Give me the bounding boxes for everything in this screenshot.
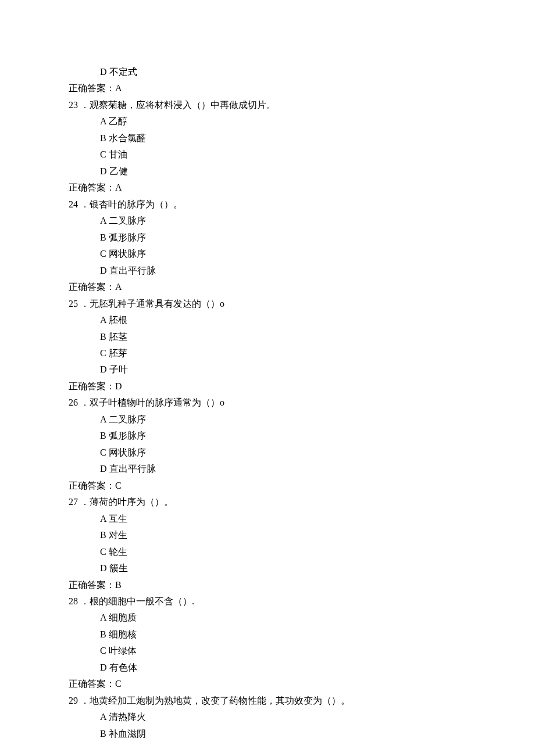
answer-label: 正确答案： bbox=[69, 381, 115, 391]
option-text: 网状脉序 bbox=[109, 447, 146, 457]
answer-line: 正确答案：B bbox=[0, 577, 535, 593]
question-option: D 不定式 bbox=[0, 64, 535, 80]
question-option: B 胚茎 bbox=[0, 329, 535, 345]
answer-line: 正确答案：A bbox=[0, 180, 535, 196]
question-number: 28 bbox=[69, 596, 78, 606]
option-text: 弧形脉序 bbox=[109, 431, 146, 440]
option-text: 轮生 bbox=[109, 547, 127, 557]
question-option: A 细胞质 bbox=[0, 610, 535, 626]
option-label: C bbox=[100, 646, 106, 655]
question-stem-text: ．观察菊糖，应将材料浸入（）中再做成切片。 bbox=[80, 100, 276, 110]
answer-label: 正确答案： bbox=[69, 481, 115, 490]
option-text: 直出平行脉 bbox=[109, 266, 156, 275]
option-label: C bbox=[100, 547, 106, 557]
question-option: D 子叶 bbox=[0, 361, 535, 378]
answer-label: 正确答案： bbox=[69, 182, 115, 192]
option-text: 互生 bbox=[109, 514, 127, 524]
option-text: 二叉脉序 bbox=[109, 216, 146, 225]
option-text: 清热降火 bbox=[109, 712, 146, 722]
option-text: 弧形脉序 bbox=[109, 232, 146, 242]
answer-label: 正确答案： bbox=[69, 282, 115, 292]
question-stem: 29 ．地黄经加工炮制为熟地黄，改变了药物性能，其功效变为（）。 bbox=[0, 693, 535, 709]
question-option: C 叶绿体 bbox=[0, 643, 535, 659]
option-text: 叶绿体 bbox=[109, 646, 137, 655]
question-number: 26 bbox=[69, 397, 78, 407]
option-text: 细胞质 bbox=[109, 612, 137, 622]
question-option: A 清热降火 bbox=[0, 709, 535, 725]
option-label: C bbox=[100, 447, 106, 457]
question-option: B 弧形脉序 bbox=[0, 230, 535, 246]
question-stem: 28 ．根的细胞中一般不含（）. bbox=[0, 593, 535, 610]
answer-label: 正确答案： bbox=[69, 580, 115, 590]
option-label: A bbox=[100, 712, 106, 722]
question-option: B 细胞核 bbox=[0, 626, 535, 643]
question-number: 27 bbox=[69, 497, 78, 507]
option-label: A bbox=[100, 315, 106, 325]
option-text: 细胞核 bbox=[109, 629, 137, 639]
answer-line: 正确答案：C bbox=[0, 478, 535, 494]
option-text: 胚茎 bbox=[109, 332, 127, 342]
question-stem-text: ．薄荷的叶序为（）。 bbox=[80, 497, 173, 507]
answer-label: 正确答案： bbox=[69, 83, 115, 93]
option-text: 水合氯醛 bbox=[109, 133, 146, 143]
question-option: B 弧形脉序 bbox=[0, 428, 535, 444]
question-option: D 直出平行脉 bbox=[0, 461, 535, 477]
option-text: 胚芽 bbox=[109, 348, 127, 358]
option-text: 二叉脉序 bbox=[109, 414, 146, 424]
option-label: A bbox=[100, 612, 106, 622]
question-option: D 直出平行脉 bbox=[0, 263, 535, 279]
question-stem: 26 ．双子叶植物叶的脉序通常为（）o bbox=[0, 395, 535, 411]
question-option: A 二叉脉序 bbox=[0, 213, 535, 229]
option-label: B bbox=[100, 133, 106, 143]
answer-line: 正确答案：D bbox=[0, 378, 535, 395]
option-text: 补血滋阴 bbox=[109, 729, 146, 739]
option-label: C bbox=[100, 149, 106, 159]
question-stem-text: ．根的细胞中一般不含（）. bbox=[80, 596, 194, 606]
answer-value: A bbox=[115, 83, 122, 93]
question-option: A 胚根 bbox=[0, 312, 535, 328]
option-label: A bbox=[100, 514, 106, 524]
question-stem-text: ．双子叶植物叶的脉序通常为（）o bbox=[80, 397, 224, 407]
option-text: 甘油 bbox=[109, 149, 127, 159]
question-number: 25 bbox=[69, 299, 78, 309]
option-label: B bbox=[100, 431, 106, 440]
option-text: 簇生 bbox=[109, 563, 128, 573]
option-text: 不定式 bbox=[109, 67, 137, 77]
question-option: D 簇生 bbox=[0, 560, 535, 576]
question-number: 29 bbox=[69, 696, 78, 705]
option-label: D bbox=[100, 464, 107, 474]
answer-value: A bbox=[115, 282, 122, 292]
question-option: A 乙醇 bbox=[0, 113, 535, 130]
question-stem: 25 ．无胚乳种子通常具有发达的（）o bbox=[0, 296, 535, 312]
answer-line: 正确答案：A bbox=[0, 279, 535, 295]
question-option: C 网状脉序 bbox=[0, 445, 535, 461]
question-stem-text: ．银杏叶的脉序为（）。 bbox=[80, 199, 183, 209]
question-option: D 有色体 bbox=[0, 660, 535, 676]
option-label: A bbox=[100, 216, 106, 225]
option-text: 直出平行脉 bbox=[109, 464, 156, 474]
option-label: A bbox=[100, 414, 106, 424]
question-stem-text: ．地黄经加工炮制为熟地黄，改变了药物性能，其功效变为（）。 bbox=[80, 696, 350, 705]
option-label: C bbox=[100, 348, 106, 358]
answer-value: C bbox=[115, 679, 122, 689]
question-option: A 互生 bbox=[0, 511, 535, 527]
question-option: B 补血滋阴 bbox=[0, 726, 535, 742]
answer-line: 正确答案：A bbox=[0, 80, 535, 96]
option-label: D bbox=[100, 67, 107, 77]
option-label: B bbox=[100, 232, 106, 242]
answer-value: A bbox=[115, 182, 122, 192]
option-label: D bbox=[100, 563, 107, 573]
question-option: D 乙健 bbox=[0, 163, 535, 180]
option-label: B bbox=[100, 530, 106, 540]
option-label: D bbox=[100, 364, 107, 374]
question-stem: 27 ．薄荷的叶序为（）。 bbox=[0, 494, 535, 510]
question-option: B 水合氯醛 bbox=[0, 130, 535, 146]
option-text: 子叶 bbox=[109, 364, 128, 374]
question-option: C 胚芽 bbox=[0, 345, 535, 361]
question-option: C 网状脉序 bbox=[0, 246, 535, 262]
option-text: 网状脉序 bbox=[109, 249, 146, 259]
option-text: 乙健 bbox=[109, 166, 128, 176]
question-stem-text: ．无胚乳种子通常具有发达的（）o bbox=[80, 299, 224, 309]
option-label: C bbox=[100, 249, 106, 259]
question-number: 23 bbox=[69, 100, 78, 110]
